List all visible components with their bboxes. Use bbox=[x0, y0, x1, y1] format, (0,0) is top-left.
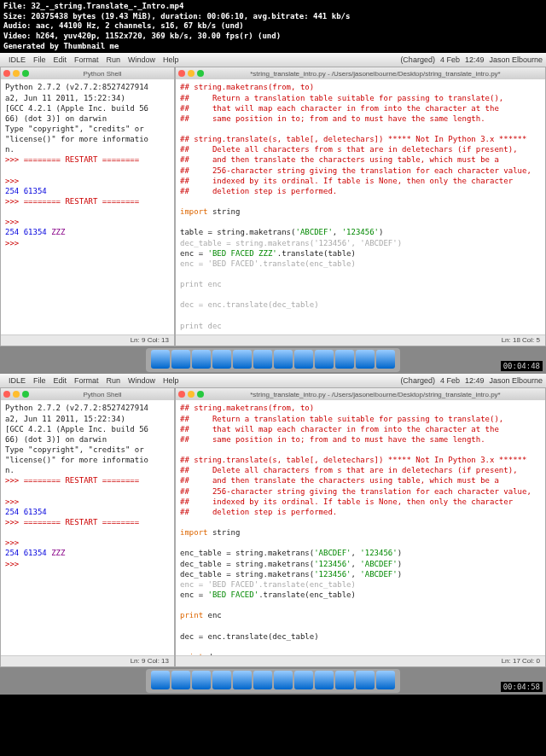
editor-titlebar: *string_translate_intro.py - /Users/jaso… bbox=[176, 67, 545, 79]
menu-window[interactable]: Window bbox=[128, 376, 155, 385]
menubar-time: 12:49 bbox=[465, 55, 485, 64]
menu-file[interactable]: File bbox=[33, 55, 46, 64]
dock-icon[interactable] bbox=[212, 671, 231, 689]
thumbnail-frame-2: IDLE File Edit Format Run Window Help (C… bbox=[0, 374, 546, 695]
minimize-icon[interactable] bbox=[13, 70, 20, 77]
thumbnail-frame-1: IDLE File Edit Format Run Window Help (C… bbox=[0, 53, 546, 374]
menubar-date: 4 Feb bbox=[440, 55, 460, 64]
dock-icon[interactable] bbox=[151, 350, 170, 369]
close-icon[interactable] bbox=[3, 391, 10, 398]
editor-window: *string_translate_intro.py - /Users/jaso… bbox=[175, 387, 546, 667]
dock-icon[interactable] bbox=[151, 671, 170, 689]
dock-icon[interactable] bbox=[356, 671, 375, 689]
menu-edit[interactable]: Edit bbox=[54, 55, 67, 64]
dock-icon[interactable] bbox=[171, 350, 190, 369]
menu-run[interactable]: Run bbox=[107, 55, 121, 64]
menu-window[interactable]: Window bbox=[128, 55, 155, 64]
menu-help[interactable]: Help bbox=[163, 376, 179, 385]
dock-icon[interactable] bbox=[253, 671, 272, 689]
menubar-user: Jason Elbourne bbox=[489, 376, 543, 385]
dock-icon[interactable] bbox=[274, 671, 293, 689]
minimize-icon[interactable] bbox=[188, 391, 195, 398]
zoom-icon[interactable] bbox=[197, 70, 204, 77]
menu-idle[interactable]: IDLE bbox=[9, 55, 26, 64]
shell-title: Python Shell bbox=[33, 70, 171, 78]
macos-dock[interactable] bbox=[146, 669, 400, 693]
dock-icon[interactable] bbox=[192, 671, 211, 689]
menu-file[interactable]: File bbox=[33, 376, 46, 385]
dock-icon[interactable] bbox=[171, 671, 190, 689]
menu-format[interactable]: Format bbox=[74, 376, 99, 385]
editor-content[interactable]: ## string.maketrans(from, to) ## Return … bbox=[176, 400, 545, 655]
timestamp: 00:04:58 bbox=[501, 682, 543, 692]
close-icon[interactable] bbox=[178, 391, 185, 398]
menu-help[interactable]: Help bbox=[163, 55, 179, 64]
video-line: Video: h264, yuv420p, 1152x720, 369 kb/s… bbox=[3, 32, 543, 42]
close-icon[interactable] bbox=[178, 70, 185, 77]
python-shell-window: Python Shell Python 2.7.2 (v2.7.2:852742… bbox=[0, 387, 175, 667]
dock-icon[interactable] bbox=[192, 350, 211, 369]
shell-content[interactable]: Python 2.7.2 (v2.7.2:8527427914 a2, Jun … bbox=[1, 400, 174, 655]
dock-icon[interactable] bbox=[212, 350, 231, 369]
editor-status: Ln: 17 Col: 0 bbox=[176, 655, 545, 666]
menu-format[interactable]: Format bbox=[74, 55, 99, 64]
macos-menubar: IDLE File Edit Format Run Window Help (C… bbox=[0, 53, 546, 67]
shell-title: Python Shell bbox=[33, 391, 171, 398]
zoom-icon[interactable] bbox=[22, 70, 29, 77]
dock-icon[interactable] bbox=[233, 350, 252, 369]
shell-status: Ln: 9 Col: 13 bbox=[1, 655, 174, 666]
dock-icon[interactable] bbox=[376, 350, 395, 369]
dock-icon[interactable] bbox=[294, 350, 313, 369]
zoom-icon[interactable] bbox=[22, 391, 29, 398]
menubar-user: Jason Elbourne bbox=[489, 55, 543, 64]
shell-content[interactable]: Python 2.7.2 (v2.7.2:8527427914 a2, Jun … bbox=[1, 79, 174, 334]
battery-status: (Charged) bbox=[400, 55, 435, 64]
editor-title: *string_translate_intro.py - /Users/jaso… bbox=[208, 391, 543, 398]
generated-line: Generated by Thumbnail me bbox=[3, 42, 543, 52]
dock-icon[interactable] bbox=[315, 671, 334, 689]
editor-titlebar: *string_translate_intro.py - /Users/jaso… bbox=[176, 388, 545, 400]
dock-icon[interactable] bbox=[335, 671, 354, 689]
editor-status: Ln: 18 Col: 5 bbox=[176, 334, 545, 346]
shell-titlebar: Python Shell bbox=[1, 388, 174, 400]
dock-icon[interactable] bbox=[335, 350, 354, 369]
zoom-icon[interactable] bbox=[197, 391, 204, 398]
editor-title: *string_translate_intro.py - /Users/jaso… bbox=[208, 70, 543, 78]
python-shell-window: Python Shell Python 2.7.2 (v2.7.2:852742… bbox=[0, 67, 175, 346]
dock-icon[interactable] bbox=[233, 671, 252, 689]
menu-edit[interactable]: Edit bbox=[54, 376, 67, 385]
minimize-icon[interactable] bbox=[13, 391, 20, 398]
size-line: Size: 20375438 bytes (19.43 MiB), durati… bbox=[3, 12, 543, 22]
macos-dock[interactable] bbox=[146, 348, 400, 372]
dock-icon[interactable] bbox=[253, 350, 272, 369]
audio-line: Audio: aac, 44100 Hz, 2 channels, s16, 6… bbox=[3, 21, 543, 32]
close-icon[interactable] bbox=[3, 70, 10, 77]
menubar-time: 12:49 bbox=[465, 376, 485, 385]
dock-icon[interactable] bbox=[356, 350, 375, 369]
dock-icon[interactable] bbox=[274, 350, 293, 369]
file-line: File: 32_-_string.Translate_-_Intro.mp4 bbox=[3, 2, 543, 12]
menubar-date: 4 Feb bbox=[440, 376, 460, 385]
menu-idle[interactable]: IDLE bbox=[9, 376, 26, 385]
macos-menubar: IDLE File Edit Format Run Window Help (C… bbox=[0, 374, 546, 387]
dock-icon[interactable] bbox=[294, 671, 313, 689]
battery-status: (Charged) bbox=[400, 376, 435, 385]
media-info-header: File: 32_-_string.Translate_-_Intro.mp4 … bbox=[0, 0, 546, 53]
minimize-icon[interactable] bbox=[188, 70, 195, 77]
dock-icon[interactable] bbox=[376, 671, 395, 689]
timestamp: 00:04:48 bbox=[501, 361, 543, 371]
shell-titlebar: Python Shell bbox=[1, 67, 174, 79]
menu-run[interactable]: Run bbox=[107, 376, 121, 385]
editor-window: *string_translate_intro.py - /Users/jaso… bbox=[175, 67, 546, 346]
editor-content[interactable]: ## string.maketrans(from, to) ## Return … bbox=[176, 79, 545, 334]
shell-status: Ln: 9 Col: 13 bbox=[1, 334, 174, 346]
dock-icon[interactable] bbox=[315, 350, 334, 369]
